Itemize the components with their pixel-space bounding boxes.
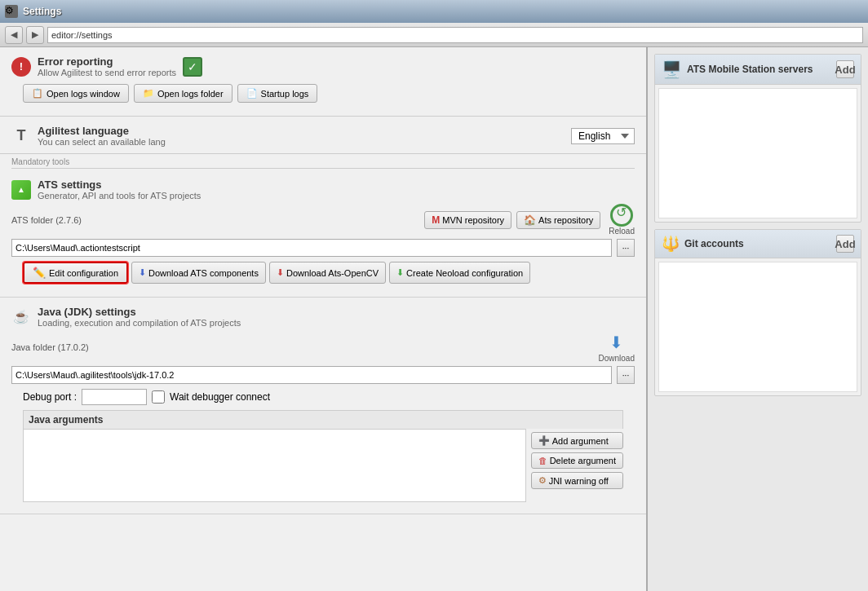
ats-settings-header: ▲ ATS settings Generator, API and tools … — [11, 179, 635, 201]
ats-repository-button[interactable]: 🏠 Ats repository — [516, 211, 600, 229]
git-accounts-title: Git accounts — [684, 238, 831, 249]
language-section: T Agilitest language You can select an a… — [0, 117, 646, 154]
language-select[interactable]: English French German Spanish — [571, 128, 635, 144]
git-accounts-add-button[interactable]: Add — [836, 235, 854, 253]
mvn-icon: M — [432, 214, 440, 226]
java-arguments-buttons: ➕ Add argument 🗑 Delete argument ⚙ JNI w… — [531, 429, 623, 502]
download-ats-components-button[interactable]: ⬇ Download ATS components — [131, 262, 266, 284]
ats-action-buttons-row: ✏️ Edit configuration ⬇ Download ATS com… — [23, 262, 623, 284]
create-neoload-button[interactable]: ⬇ Create Neoload configuration — [389, 262, 530, 284]
edit-configuration-button[interactable]: ✏️ Edit configuration — [23, 262, 128, 284]
ats-mobile-header: 🖥️ ATS Mobile Station servers Add — [655, 55, 861, 85]
logs-window-icon: 📋 — [32, 88, 43, 99]
add-argument-button[interactable]: ➕ Add argument — [531, 432, 623, 449]
open-logs-window-button[interactable]: 📋 Open logs window — [23, 84, 129, 103]
jni-icon: ⚙ — [538, 475, 547, 486]
download-opencv-icon: ⬇ — [277, 267, 284, 278]
java-folder-controls: Java folder (17.0.2) ⬇ Download — [11, 331, 635, 363]
wait-debugger-label: Wait debugger connect — [170, 391, 270, 403]
ats-folder-controls: ATS folder (2.7.6) M MVN repository 🏠 At… — [11, 204, 635, 236]
error-reporting-header: ! Error reporting Allow Agilitest to sen… — [11, 55, 635, 77]
settings-panel: ! Error reporting Allow Agilitest to sen… — [0, 47, 648, 591]
nav-bar: ◀ ▶ editor://settings — [0, 23, 868, 47]
ats-mobile-add-button[interactable]: Add — [836, 60, 854, 78]
forward-button[interactable]: ▶ — [26, 26, 44, 44]
startup-logs-button[interactable]: 📄 Startup logs — [237, 84, 318, 103]
wait-debugger-checkbox[interactable] — [152, 390, 165, 404]
error-reporting-section: ! Error reporting Allow Agilitest to sen… — [0, 47, 646, 117]
add-icon: ➕ — [538, 435, 550, 446]
error-reporting-title: Error reporting — [38, 55, 176, 68]
ats-settings-description: Generator, API and tools for ATS project… — [38, 191, 201, 201]
ats-settings-title: ATS settings — [38, 179, 201, 191]
window-title: Settings — [23, 6, 61, 17]
java-folder-input[interactable] — [11, 366, 612, 384]
edit-config-icon: ✏️ — [33, 267, 46, 279]
language-description: You can select an available lang — [38, 137, 565, 147]
main-layout: ! Error reporting Allow Agilitest to sen… — [0, 47, 868, 591]
delete-argument-button[interactable]: 🗑 Delete argument — [531, 452, 623, 469]
java-settings-icon: ☕ — [11, 307, 31, 327]
startup-logs-icon: 📄 — [246, 88, 258, 99]
language-title: Agilitest language — [38, 125, 565, 137]
ats-settings-section: ▲ ATS settings Generator, API and tools … — [0, 170, 646, 298]
git-accounts-header: 🔱 Git accounts Add — [655, 230, 861, 258]
ats-mobile-body — [658, 88, 857, 218]
download-ats-opencv-button[interactable]: ⬇ Download Ats-OpenCV — [269, 262, 386, 284]
reload-button[interactable]: Reload — [609, 204, 635, 236]
java-arguments-section: Java arguments ➕ Add argument 🗑 Delete a… — [23, 410, 623, 502]
download-components-icon: ⬇ — [139, 267, 146, 278]
open-logs-folder-button[interactable]: 📁 Open logs folder — [134, 84, 232, 103]
delete-icon: 🗑 — [538, 456, 547, 465]
java-arguments-title: Java arguments — [23, 410, 623, 429]
java-folder-row: ··· — [11, 366, 635, 384]
java-settings-header: ☕ Java (JDK) settings Loading, execution… — [11, 306, 635, 328]
error-reporting-checkbox[interactable]: ✓ — [183, 57, 202, 77]
download-icon: ⬇ — [605, 331, 628, 354]
error-reporting-description: Allow Agilitest to send error reports — [38, 68, 176, 77]
log-buttons-row: 📋 Open logs window 📁 Open logs folder 📄 … — [23, 84, 623, 103]
ats-folder-row: ··· — [11, 239, 635, 257]
settings-window-icon: ⚙ — [5, 5, 18, 18]
ats-browse-button[interactable]: ··· — [617, 239, 635, 257]
java-arguments-body: ➕ Add argument 🗑 Delete argument ⚙ JNI w… — [23, 429, 623, 502]
java-settings-section: ☕ Java (JDK) settings Loading, execution… — [0, 298, 646, 514]
java-folder-label: Java folder (17.0.2) — [11, 342, 594, 352]
ats-folder-label: ATS folder (2.7.6) — [11, 215, 419, 225]
ats-folder-input[interactable] — [11, 239, 612, 257]
title-bar: ⚙ Settings — [0, 0, 868, 23]
error-reporting-icon: ! — [11, 57, 31, 77]
debug-port-label: Debug port : — [23, 391, 77, 403]
language-icon: T — [11, 126, 31, 146]
mvn-repository-button[interactable]: M MVN repository — [424, 211, 512, 229]
java-settings-description: Loading, execution and compilation of AT… — [38, 318, 241, 328]
git-accounts-body — [658, 262, 857, 392]
reload-icon — [610, 204, 633, 227]
right-panel: 🖥️ ATS Mobile Station servers Add 🔱 Git … — [648, 47, 868, 591]
mandatory-tools-label: Mandatory tools — [0, 154, 646, 170]
download-button[interactable]: ⬇ Download — [599, 331, 635, 363]
ats-mobile-card: 🖥️ ATS Mobile Station servers Add — [654, 54, 861, 223]
java-arguments-area[interactable] — [23, 429, 526, 502]
jni-warning-off-button[interactable]: ⚙ JNI warning off — [531, 472, 623, 489]
debug-port-row: Debug port : Wait debugger connect — [23, 389, 623, 405]
debug-port-input[interactable] — [82, 389, 147, 405]
ats-settings-icon: ▲ — [11, 180, 31, 200]
back-button[interactable]: ◀ — [5, 26, 23, 44]
create-neoload-icon: ⬇ — [396, 267, 404, 278]
language-header: T Agilitest language You can select an a… — [11, 125, 635, 147]
ats-repo-icon: 🏠 — [524, 214, 536, 226]
ats-mobile-icon: 🖥️ — [662, 60, 682, 79]
ats-mobile-title: ATS Mobile Station servers — [687, 64, 831, 75]
address-bar[interactable]: editor://settings — [47, 27, 863, 43]
git-accounts-icon: 🔱 — [662, 235, 680, 253]
java-settings-title: Java (JDK) settings — [38, 306, 241, 318]
logs-folder-icon: 📁 — [143, 88, 154, 99]
java-browse-button[interactable]: ··· — [617, 366, 635, 384]
git-accounts-card: 🔱 Git accounts Add — [654, 229, 861, 396]
